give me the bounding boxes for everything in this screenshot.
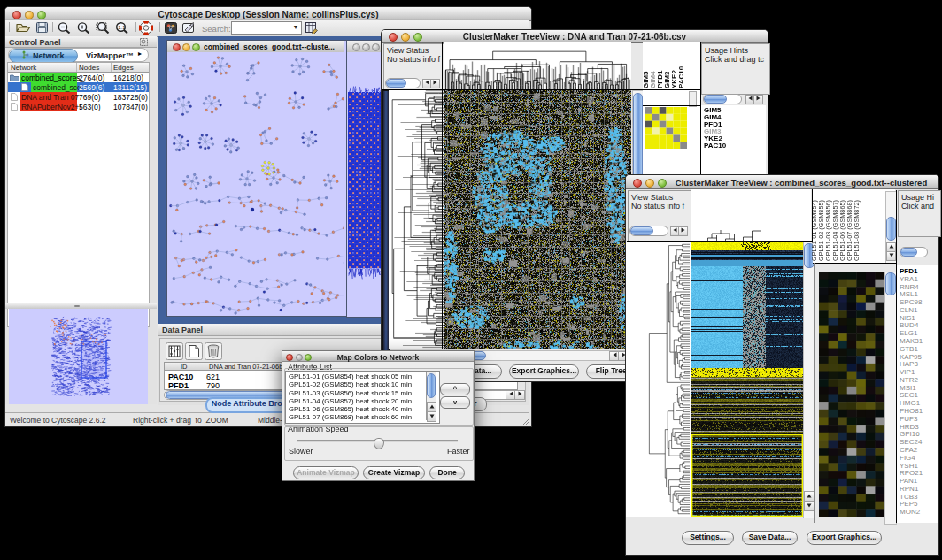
svg-text:1:1: 1:1	[118, 25, 126, 30]
